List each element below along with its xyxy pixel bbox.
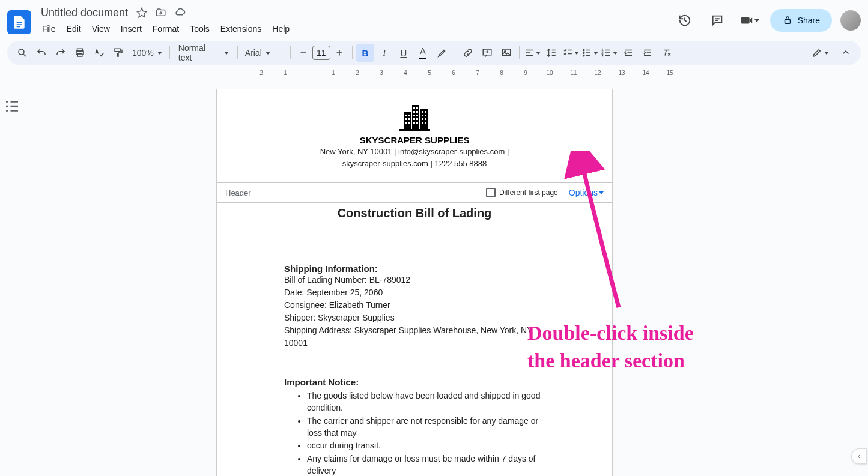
- company-line2: skyscraper-supplies.com | 1222 555 8888: [228, 158, 601, 169]
- header-options-band: Header Different first page Options: [217, 183, 612, 203]
- list-item: Any claims for damage or loss must be ma…: [307, 453, 545, 476]
- svg-rect-15: [399, 129, 430, 131]
- svg-rect-5: [115, 49, 120, 52]
- redo-icon[interactable]: [52, 44, 70, 62]
- line-spacing-icon[interactable]: [542, 44, 560, 62]
- document-body[interactable]: Construction Bill of Lading Shipping Inf…: [217, 206, 612, 476]
- svg-point-9: [583, 49, 584, 50]
- menu-format[interactable]: Format: [148, 22, 184, 36]
- svg-rect-38: [425, 115, 426, 116]
- svg-rect-22: [408, 118, 410, 120]
- comments-icon[interactable]: [705, 8, 729, 32]
- svg-rect-26: [416, 107, 418, 109]
- share-button[interactable]: Share: [770, 9, 832, 32]
- svg-point-10: [583, 52, 584, 53]
- company-name: SKYSCRAPER SUPPLIES: [228, 135, 601, 145]
- link-icon[interactable]: [459, 44, 477, 62]
- collapse-toolbar-icon[interactable]: [837, 44, 855, 62]
- indent-increase-icon[interactable]: [639, 44, 657, 62]
- move-icon[interactable]: [156, 7, 166, 18]
- svg-rect-30: [416, 115, 418, 116]
- menu-tools[interactable]: Tools: [185, 22, 214, 36]
- underline-button[interactable]: U: [395, 44, 413, 62]
- list-item: The goods listed below have been loaded …: [307, 390, 545, 414]
- share-label: Share: [798, 16, 820, 25]
- document-title[interactable]: Untitled document: [37, 5, 132, 20]
- doc-heading: Construction Bill of Lading: [228, 206, 601, 220]
- page-header-area[interactable]: SKYSCRAPER SUPPLIES New York, NY 10001 |…: [217, 89, 612, 183]
- list-item: occur during transit.: [307, 439, 545, 451]
- building-logo-icon: [228, 101, 601, 131]
- meet-button[interactable]: [738, 8, 762, 32]
- svg-rect-40: [425, 118, 426, 120]
- menu-file[interactable]: File: [37, 22, 61, 36]
- svg-point-1: [19, 49, 24, 55]
- body-line: Shipping Address: Skyscraper Supplies Wa…: [284, 324, 545, 349]
- paragraph-style-dropdown[interactable]: Normal text: [174, 43, 234, 62]
- svg-rect-21: [405, 118, 407, 120]
- menu-extensions[interactable]: Extensions: [216, 22, 266, 36]
- side-panel-expand-icon[interactable]: ‹: [851, 448, 867, 464]
- document-page[interactable]: SKYSCRAPER SUPPLIES New York, NY 10001 |…: [216, 89, 613, 476]
- menu-bar: File Edit View Insert Format Tools Exten…: [37, 22, 673, 36]
- svg-rect-0: [785, 20, 790, 24]
- indent-decrease-icon[interactable]: [619, 44, 637, 62]
- svg-rect-23: [405, 122, 407, 124]
- menu-insert[interactable]: Insert: [116, 22, 147, 36]
- menu-help[interactable]: Help: [267, 22, 294, 36]
- body-line: Consignee: Elizabeth Turner: [284, 299, 545, 312]
- outline-toggle-icon[interactable]: [3, 97, 21, 115]
- svg-rect-35: [422, 111, 423, 113]
- italic-button[interactable]: I: [375, 44, 393, 62]
- undo-icon[interactable]: [32, 44, 50, 62]
- horizontal-ruler[interactable]: 21123456789101112131415: [24, 70, 868, 79]
- svg-rect-36: [425, 111, 426, 113]
- font-increase-icon[interactable]: [330, 44, 348, 62]
- svg-rect-41: [422, 122, 423, 124]
- svg-rect-39: [422, 118, 423, 120]
- numbered-list-icon[interactable]: 123: [600, 44, 618, 62]
- font-decrease-icon[interactable]: [294, 44, 312, 62]
- account-avatar[interactable]: [840, 10, 861, 31]
- history-icon[interactable]: [673, 8, 697, 32]
- notice-head: Important Notice:: [284, 377, 545, 387]
- header-options-dropdown[interactable]: Options: [569, 188, 604, 197]
- cloud-icon[interactable]: [175, 7, 186, 18]
- svg-rect-20: [408, 115, 410, 116]
- menu-edit[interactable]: Edit: [62, 22, 86, 36]
- svg-rect-42: [425, 122, 426, 124]
- body-line: Shipper: Skyscraper Supplies: [284, 312, 545, 324]
- svg-text:3: 3: [601, 53, 603, 57]
- highlight-button[interactable]: [433, 44, 451, 62]
- svg-rect-31: [413, 118, 415, 120]
- svg-rect-18: [420, 109, 428, 129]
- body-line: Bill of Lading Number: BL-789012: [284, 274, 545, 286]
- star-icon[interactable]: [136, 7, 147, 18]
- spellcheck-icon[interactable]: [90, 44, 108, 62]
- insert-image-icon[interactable]: [497, 44, 515, 62]
- company-line1: New York, NY 10001 | info@skyscraper-sup…: [228, 146, 601, 157]
- text-color-button[interactable]: A: [414, 44, 432, 62]
- svg-rect-27: [413, 111, 415, 113]
- add-comment-icon[interactable]: [478, 44, 496, 62]
- align-button[interactable]: [523, 44, 541, 62]
- title-bar: Untitled document File Edit View Insert …: [0, 0, 868, 36]
- checklist-icon[interactable]: [562, 44, 580, 62]
- svg-rect-29: [413, 115, 415, 116]
- zoom-dropdown[interactable]: 100%: [129, 48, 166, 58]
- editing-mode-button[interactable]: [811, 44, 829, 62]
- bulleted-list-icon[interactable]: [581, 44, 599, 62]
- search-icon[interactable]: [13, 44, 31, 62]
- menu-view[interactable]: View: [87, 22, 115, 36]
- svg-point-11: [583, 55, 584, 56]
- list-item: The carrier and shipper are not responsi…: [307, 415, 545, 439]
- paint-format-icon[interactable]: [109, 44, 127, 62]
- print-icon[interactable]: [71, 44, 89, 62]
- different-first-page-checkbox[interactable]: Different first page: [486, 188, 558, 197]
- bold-button[interactable]: B: [356, 44, 374, 62]
- docs-logo[interactable]: [7, 10, 31, 34]
- svg-rect-33: [413, 122, 415, 124]
- clear-format-icon[interactable]: [658, 44, 676, 62]
- font-dropdown[interactable]: Arial: [241, 48, 287, 58]
- font-size-input[interactable]: [312, 46, 330, 60]
